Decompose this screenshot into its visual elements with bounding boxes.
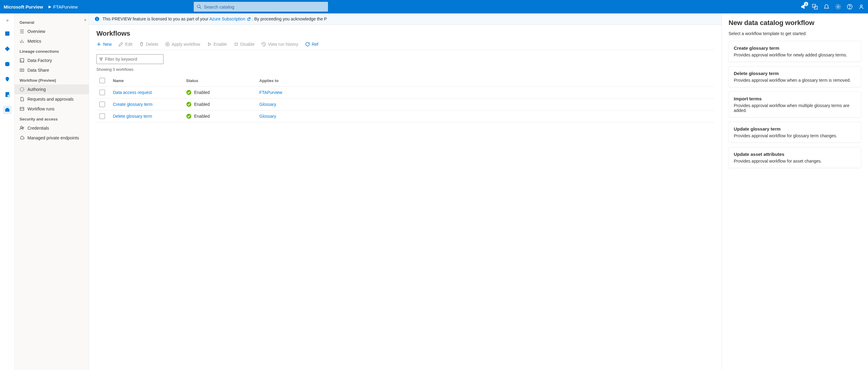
- sb-item-endpoints[interactable]: Managed private endpoints: [14, 133, 89, 143]
- svg-point-42: [186, 114, 191, 119]
- template-card-import-terms[interactable]: Import terms Provides approval workflow …: [728, 92, 861, 117]
- panel-title: New data catalog workflow: [728, 19, 861, 27]
- rail-item-sources[interactable]: [3, 60, 11, 68]
- check-circle-icon: [186, 114, 192, 119]
- search-box[interactable]: [194, 2, 328, 11]
- help-icon[interactable]: [847, 4, 853, 10]
- enable-button[interactable]: Enable: [207, 42, 227, 47]
- row-checkbox[interactable]: [99, 90, 105, 95]
- row-applies-link[interactable]: Glossary: [259, 114, 713, 119]
- new-button[interactable]: New: [96, 42, 112, 47]
- top-actions: 1: [800, 4, 864, 10]
- col-name[interactable]: Name: [113, 79, 186, 83]
- stop-icon: [234, 42, 239, 47]
- row-name-link[interactable]: Delete glossary term: [113, 114, 186, 119]
- template-card-delete-term[interactable]: Delete glossary term Provides approval w…: [728, 66, 861, 87]
- chevron-right-icon: ▶: [49, 5, 51, 9]
- sb-label: Data Factory: [27, 58, 52, 63]
- svg-rect-26: [20, 107, 24, 111]
- chart-icon: [20, 39, 24, 43]
- col-status[interactable]: Status: [186, 79, 259, 83]
- sb-section-workflow: Workflow (Preview): [14, 75, 89, 85]
- breadcrumb-account[interactable]: FTAPurview: [53, 4, 78, 9]
- external-link-icon: [247, 17, 251, 21]
- rail-item-policy[interactable]: [3, 90, 11, 99]
- apply-icon: [165, 42, 170, 47]
- sidebar-collapse-icon[interactable]: «: [84, 18, 86, 22]
- play-icon: [207, 42, 212, 47]
- svg-point-29: [23, 127, 24, 128]
- rail-item-map[interactable]: [3, 44, 11, 53]
- gear-icon[interactable]: [835, 4, 841, 10]
- filter-input[interactable]: [105, 57, 161, 62]
- bell-icon[interactable]: [824, 4, 830, 10]
- row-applies-link[interactable]: Glossary: [259, 102, 713, 107]
- history-button[interactable]: View run history: [261, 42, 298, 47]
- feedback-icon[interactable]: [858, 4, 864, 10]
- sb-item-authoring[interactable]: Authoring: [14, 85, 89, 94]
- rail-expand-icon[interactable]: »: [6, 18, 8, 23]
- check-circle-icon: [186, 90, 192, 95]
- edit-button[interactable]: Edit: [118, 42, 132, 47]
- brand[interactable]: Microsoft Purview: [4, 4, 43, 9]
- svg-rect-2: [812, 4, 815, 7]
- sb-label: Requests and approvals: [27, 97, 73, 101]
- sb-item-overview[interactable]: Overview: [14, 27, 89, 36]
- refresh-icon: [305, 42, 310, 47]
- svg-point-0: [197, 5, 200, 8]
- megaphone-icon[interactable]: 1: [800, 4, 806, 10]
- factory-icon: [20, 58, 24, 63]
- svg-point-12: [7, 95, 10, 97]
- col-applies[interactable]: Applies to: [259, 79, 713, 83]
- grid-header: Name Status Applies to: [96, 75, 714, 87]
- card-desc: Provides approval workflow when a glossa…: [734, 78, 856, 83]
- rail-item-catalog[interactable]: [3, 29, 11, 38]
- row-checkbox[interactable]: [99, 114, 105, 119]
- search-input[interactable]: [204, 4, 325, 9]
- svg-rect-31: [97, 19, 97, 20]
- template-card-update-term[interactable]: Update glossary term Provides approval w…: [728, 122, 861, 143]
- sb-item-runs[interactable]: Workflow runs: [14, 104, 89, 114]
- card-desc: Provides approval workflow for asset cha…: [734, 159, 856, 163]
- banner-link[interactable]: Azure Subscription: [209, 17, 252, 21]
- notif-badge: 1: [804, 2, 808, 6]
- translate-icon[interactable]: [812, 4, 818, 10]
- row-applies-link[interactable]: FTAPurview: [259, 90, 713, 95]
- sb-item-metrics[interactable]: Metrics: [14, 36, 89, 46]
- disable-button[interactable]: Disable: [234, 42, 255, 47]
- row-status: Enabled: [194, 102, 210, 107]
- banner-prefix: This PREVIEW feature is licensed to you …: [102, 17, 209, 21]
- card-desc: Provides approval workflow for glossary …: [734, 133, 856, 138]
- svg-rect-8: [5, 31, 9, 36]
- template-card-create-term[interactable]: Create glossary term Provides approval w…: [728, 41, 861, 62]
- sb-label: Managed private endpoints: [27, 135, 79, 140]
- cloud-icon: [20, 135, 24, 140]
- select-all-checkbox[interactable]: [99, 78, 105, 83]
- main-area: This PREVIEW feature is licensed to you …: [89, 13, 721, 370]
- svg-line-1: [200, 7, 201, 8]
- panel-subtitle: Select a workflow template to get starte…: [728, 31, 861, 36]
- sb-item-datafactory[interactable]: Data Factory: [14, 56, 89, 65]
- sb-section-lineage: Lineage connections: [14, 46, 89, 56]
- svg-point-40: [186, 90, 191, 95]
- filter-box[interactable]: [96, 54, 163, 64]
- row-name-link[interactable]: Data access request: [113, 90, 186, 95]
- svg-rect-14: [6, 108, 8, 109]
- sb-item-credentials[interactable]: Credentials: [14, 123, 89, 133]
- rail-item-insights[interactable]: [3, 75, 11, 84]
- delete-button[interactable]: Delete: [139, 42, 158, 47]
- rail-item-management[interactable]: [3, 105, 11, 114]
- apply-button[interactable]: Apply workflow: [165, 42, 200, 47]
- sb-item-datashare[interactable]: Data Share: [14, 65, 89, 75]
- template-card-update-asset[interactable]: Update asset attributes Provides approva…: [728, 147, 861, 168]
- svg-point-28: [21, 126, 22, 128]
- row-name-link[interactable]: Create glossary term: [113, 102, 186, 107]
- row-checkbox[interactable]: [99, 101, 105, 107]
- svg-marker-9: [5, 47, 10, 51]
- sb-item-requests[interactable]: Requests and approvals: [14, 94, 89, 104]
- svg-rect-39: [235, 43, 237, 45]
- refresh-button[interactable]: Ref: [305, 42, 318, 47]
- plus-icon: [96, 42, 101, 47]
- table-row: Delete glossary term Enabled Glossary: [96, 111, 714, 122]
- svg-point-4: [837, 6, 839, 8]
